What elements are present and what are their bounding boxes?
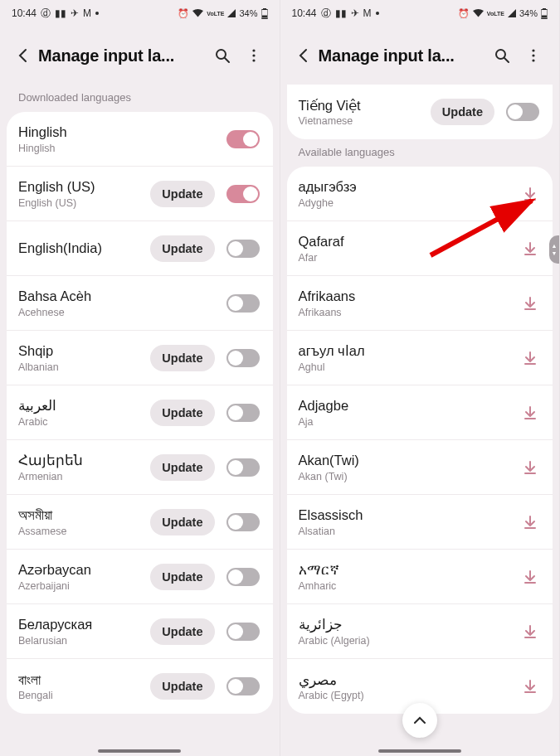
row-subtitle: Amharic	[299, 580, 522, 592]
more-vert-icon	[246, 47, 262, 64]
download-icon[interactable]	[521, 623, 539, 641]
row-title: English(India)	[18, 240, 150, 257]
language-toggle[interactable]	[226, 294, 260, 313]
row-subtitle: Armenian	[18, 471, 150, 482]
language-row[interactable]: العربيةArabicUpdate	[7, 385, 273, 440]
language-row[interactable]: адыгэбзэAdyghe	[287, 167, 553, 221]
battery-icon	[261, 8, 268, 19]
back-button[interactable]	[289, 41, 319, 70]
status-bar: 10:44 ⓓ ▮▮ ✈ M ⏰ VoLTE 34%	[0, 0, 280, 27]
search-button[interactable]	[486, 40, 518, 71]
row-title: агъул чӏал	[299, 342, 522, 360]
update-button[interactable]: Update	[431, 99, 494, 125]
language-toggle[interactable]	[226, 458, 260, 477]
back-icon	[295, 47, 312, 64]
update-button[interactable]: Update	[150, 564, 214, 590]
download-icon[interactable]	[521, 404, 539, 422]
update-button[interactable]: Update	[150, 618, 214, 645]
home-indicator[interactable]	[378, 749, 461, 753]
download-icon[interactable]	[521, 349, 539, 367]
svg-point-4	[252, 49, 255, 51]
language-row[interactable]: English (US)English (US)Update	[7, 167, 273, 221]
language-toggle[interactable]	[226, 185, 260, 203]
row-title: Shqip	[18, 342, 150, 360]
more-button[interactable]	[238, 40, 270, 71]
back-button[interactable]	[8, 41, 38, 70]
language-row[interactable]: БеларускаяBelarusianUpdate	[7, 604, 273, 659]
section-label-available: Available languages	[280, 139, 560, 167]
download-icon[interactable]	[521, 294, 539, 313]
language-row[interactable]: ShqipAlbanianUpdate	[7, 331, 273, 385]
svg-point-13	[532, 59, 534, 61]
language-toggle[interactable]	[226, 130, 260, 148]
row-subtitle: Afrikaans	[299, 307, 522, 318]
language-row[interactable]: QafarafAfar	[287, 221, 553, 276]
update-button[interactable]: Update	[150, 181, 214, 207]
language-toggle[interactable]	[506, 103, 539, 121]
row-subtitle: Hinglish	[18, 143, 226, 154]
language-row[interactable]: AfrikaansAfrikaans	[287, 276, 553, 331]
download-icon[interactable]	[521, 185, 539, 203]
row-subtitle: Azerbaijani	[18, 580, 150, 592]
language-row[interactable]: অসমীয়াAssameseUpdate	[7, 495, 273, 550]
language-row[interactable]: AzərbaycanAzerbaijaniUpdate	[7, 550, 273, 604]
language-row[interactable]: AdjagbeAja	[287, 385, 553, 440]
gmail-icon: M	[363, 7, 372, 19]
battery-text: 34%	[519, 8, 538, 18]
language-row[interactable]: ՀայերենArmenianUpdate	[7, 440, 273, 495]
language-toggle[interactable]	[226, 349, 260, 367]
wifi-icon	[192, 9, 203, 17]
telegram-icon: ✈	[71, 7, 79, 19]
language-toggle[interactable]	[226, 677, 260, 695]
scroll-top-fab[interactable]	[402, 703, 437, 738]
language-row[interactable]: English(India)Update	[7, 221, 273, 276]
more-button[interactable]	[518, 40, 549, 71]
page-title: Manage input la...	[38, 46, 207, 65]
language-row[interactable]: বাংলাBengaliUpdate	[7, 659, 273, 714]
language-toggle[interactable]	[226, 623, 260, 641]
download-icon[interactable]	[521, 513, 539, 531]
language-row[interactable]: Akan(Twi)Akan (Twi)	[287, 440, 553, 495]
language-toggle[interactable]	[226, 404, 260, 422]
row-title: አማርኛ	[299, 561, 522, 579]
download-icon[interactable]	[521, 240, 539, 258]
row-subtitle: Albanian	[18, 361, 150, 373]
language-row[interactable]: አማርኛAmharic	[287, 550, 553, 604]
update-button[interactable]: Update	[150, 509, 214, 536]
search-button[interactable]	[207, 40, 238, 71]
home-indicator[interactable]	[98, 749, 181, 753]
language-row[interactable]: агъул чӏалAghul	[287, 331, 553, 385]
download-icon[interactable]	[521, 568, 539, 586]
language-row[interactable]: Bahsa AcèhAcehnese	[7, 276, 273, 331]
download-icon[interactable]	[521, 677, 539, 695]
search-icon	[494, 47, 510, 64]
language-toggle[interactable]	[226, 513, 260, 531]
svg-point-11	[532, 49, 534, 51]
row-title: مصري	[299, 671, 522, 689]
language-row[interactable]: HinglishHinglish	[7, 112, 273, 167]
update-button[interactable]: Update	[150, 345, 214, 371]
row-title: Беларуская	[18, 616, 150, 633]
language-toggle[interactable]	[226, 568, 260, 586]
update-button[interactable]: Update	[150, 454, 214, 481]
update-button[interactable]: Update	[150, 235, 214, 262]
volte-icon: VoLTE	[487, 11, 504, 17]
status-bar: 10:44 ⓓ ▮▮ ✈ M ⏰ VoLTE 34%	[280, 0, 560, 27]
download-icon[interactable]	[521, 458, 539, 477]
update-button[interactable]: Update	[150, 400, 214, 426]
row-subtitle: Vietnamese	[299, 115, 431, 127]
row-title: العربية	[18, 397, 150, 414]
row-subtitle: Belarusian	[18, 635, 150, 647]
search-icon	[214, 47, 231, 64]
row-title: Հայերեն	[18, 452, 150, 469]
language-toggle[interactable]	[226, 240, 260, 258]
update-button[interactable]: Update	[150, 673, 214, 700]
language-row[interactable]: ElsassischAlsatian	[287, 495, 553, 550]
row-subtitle: Arabic (Algeria)	[299, 635, 522, 647]
scroll-jump-nub[interactable]: ▲▼	[549, 235, 559, 264]
telegram-icon: ✈	[351, 7, 359, 19]
available-languages-list: адыгэбзэAdygheQafarafAfarAfrikaansAfrika…	[287, 167, 553, 714]
page-title: Manage input la...	[319, 46, 487, 65]
row-title: English (US)	[18, 178, 150, 196]
language-row[interactable]: جزائريةArabic (Algeria)	[287, 604, 553, 659]
